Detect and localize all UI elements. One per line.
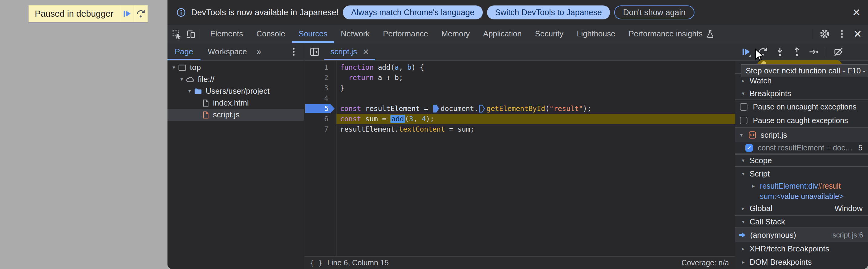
breakpoint-checkbox[interactable]: ✓ [745,144,753,152]
gutter-line-2[interactable]: 2 [304,73,336,83]
option-pause-on-uncaught-exceptions[interactable]: Pause on uncaught exceptions [735,100,868,114]
chevron-right-icon[interactable]: ▸ [739,78,747,84]
tree-item-label: index.html [213,98,249,108]
gutter-line-3[interactable]: 3 [304,83,336,93]
step-out-icon [792,46,802,57]
cloud-icon [186,75,195,84]
paused-banner-label: Paused in debugger [29,5,120,22]
inspect-element-icon[interactable] [172,29,182,39]
tab-memory[interactable]: Memory [435,25,476,43]
chevron-down-icon[interactable]: ▾ [739,219,747,225]
active-frame-icon [738,231,747,239]
navigator-tab-page[interactable]: Page [167,43,200,60]
chevron-down-icon[interactable]: ▾ [738,132,745,138]
collapse-panel-icon[interactable] [309,46,320,57]
gutter-line-4[interactable]: 4 [304,93,336,103]
chevron-down-icon[interactable]: ▾ [739,90,747,97]
tree-item-label: file:// [198,75,214,84]
deactivate-breakpoints-button[interactable] [830,45,847,58]
tree-item-index-html[interactable]: index.html [167,97,304,109]
infobar: DevTools is now available in Japanese! A… [167,0,868,25]
editor-tab-scriptjs[interactable]: script.js ✕ [324,43,375,60]
breakpoints-section-header[interactable]: ▾ Breakpoints [735,87,868,100]
navigator-menu-icon[interactable] [289,47,299,57]
inline-breakpoint-badge-hollow[interactable] [479,105,485,112]
tree-item-label: Users/user/project [206,86,270,96]
close-tab-icon[interactable]: ✕ [363,48,369,56]
breakpoint-entry[interactable]: ✓const resultElement = doc…5 [735,142,868,154]
tree-item-top[interactable]: ▾top [167,61,304,73]
scope-entry-resultelement[interactable]: ▸resultElement: div#result [735,181,868,191]
call-stack-section-header[interactable]: ▾ Call Stack [735,215,868,228]
pretty-print-icon[interactable]: { } [310,259,322,267]
navigator-tab-strip: PageWorkspace » [167,43,304,61]
flask-icon [706,29,715,39]
option-pause-on-caught-exceptions[interactable]: Pause on caught exceptions [735,114,868,127]
step-over-icon [136,8,146,19]
expand-arrow-icon[interactable]: ▾ [178,76,186,82]
inline-breakpoint-badge-filled[interactable] [433,105,439,112]
step-over-button[interactable] [133,5,148,22]
scope-section-global[interactable]: ▸GlobalWindow [735,201,868,215]
device-toolbar-icon[interactable] [186,29,196,39]
tab-security[interactable]: Security [528,25,570,43]
step-into-button[interactable] [771,45,788,58]
step-into-icon [774,46,785,57]
tree-item-file[interactable]: ▾file:// [167,73,304,85]
gutter-line-6[interactable]: 6 [304,114,336,124]
code-editor[interactable]: 1function add(a, b) {2 return a + b;3}45… [304,61,735,256]
chevron-right-icon[interactable]: ▸ [739,205,747,212]
tab-performance-insights[interactable]: Performance insights [622,25,721,43]
settings-gear-icon[interactable] [819,28,830,39]
chevron-down-icon[interactable]: ▾ [739,171,747,177]
infobar-button-switch-devtools-to-japanese[interactable]: Switch DevTools to Japanese [487,5,610,20]
scope-entry-sum[interactable]: sum: <value unavailable> [735,191,868,201]
scope-section-header[interactable]: ▾ Scope [735,154,868,167]
tab-sources[interactable]: Sources [292,25,334,43]
xhr-breakpoints-section-header[interactable]: ▸ XHR/fetch Breakpoints [735,242,868,255]
infobar-close-button[interactable]: ✕ [852,7,861,18]
call-stack-frame[interactable]: (anonymous)script.js:6 [735,228,868,242]
tree-item-users-user-project[interactable]: ▾Users/user/project [167,85,304,97]
gutter-line-5[interactable]: 5 [304,103,336,114]
step-out-button[interactable] [788,45,805,58]
tab-network[interactable]: Network [334,25,376,43]
tab-performance[interactable]: Performance [376,25,435,43]
js-file-icon [748,130,757,139]
chevron-right-icon[interactable]: ▸ [739,246,747,252]
scope-section-script[interactable]: ▾Script [735,167,868,181]
chevron-right-icon[interactable]: ▸ [739,259,747,265]
gutter-line-7[interactable]: 7 [304,124,336,134]
breakpoint-marker[interactable]: 5 [305,104,335,113]
checkbox[interactable] [740,103,747,111]
dom-breakpoints-section-header[interactable]: ▸ DOM Breakpoints [735,255,868,269]
tab-application[interactable]: Application [476,25,528,43]
chevron-right-icon[interactable]: ▸ [750,183,757,189]
navigator-tab-workspace[interactable]: Workspace [200,43,254,60]
mouse-cursor [753,49,765,62]
resume-button[interactable] [738,45,754,58]
devtools-close-button[interactable]: ✕ [854,29,862,39]
chevron-down-icon[interactable]: ▾ [739,157,747,164]
tab-elements[interactable]: Elements [204,25,250,43]
gutter-line-1[interactable]: 1 [304,62,336,73]
expand-arrow-icon[interactable]: ▾ [186,88,193,94]
resume-icon [122,8,132,19]
infobar-button-always-match-chrome-s-language[interactable]: Always match Chrome's language [343,5,483,20]
controls-separator [826,47,826,57]
resume-script-button[interactable] [120,5,133,22]
info-icon [176,7,186,18]
editor-tab-strip: script.js ✕ [304,43,735,61]
step-button[interactable] [805,45,822,58]
tab-console[interactable]: Console [250,25,292,43]
infobar-button-don-t-show-again[interactable]: Don't show again [614,5,694,20]
tree-item-script-js[interactable]: script.js [167,109,304,121]
checkbox[interactable] [740,117,747,124]
breakpoint-group-script-js[interactable]: ▾script.js [735,128,868,142]
code-line-7: 7resultElement.textContent = sum; [304,124,735,134]
expand-arrow-icon[interactable]: ▾ [170,64,178,71]
kebab-menu-icon[interactable] [837,29,847,39]
tab-lighthouse[interactable]: Lighthouse [570,25,622,43]
more-tabs-icon[interactable]: » [256,47,260,56]
paused-in-debugger-banner: Paused in debugger [28,5,148,22]
